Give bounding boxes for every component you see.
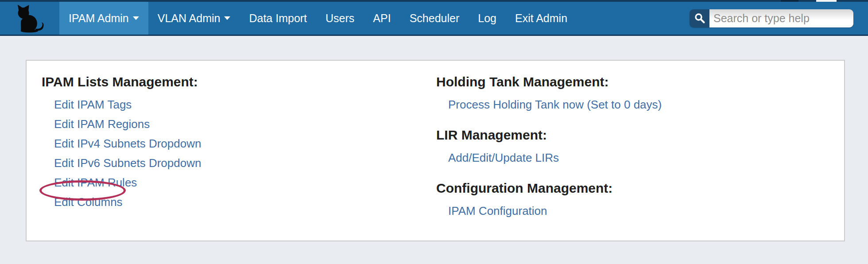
link-edit-ipv4-subnets-dropdown[interactable]: Edit IPv4 Subnets Dropdown bbox=[54, 137, 201, 150]
nav-item-data-import[interactable]: Data Import bbox=[240, 2, 316, 35]
nav-item-log[interactable]: Log bbox=[469, 2, 506, 35]
caret-down-icon bbox=[133, 16, 139, 20]
caret-down-icon bbox=[224, 16, 230, 20]
link-add-edit-update-lirs[interactable]: Add/Edit/Update LIRs bbox=[448, 151, 559, 164]
nav-label: IPAM Admin bbox=[69, 12, 129, 25]
magnifier-icon bbox=[694, 12, 705, 24]
lir-heading: LIR Management: bbox=[436, 128, 662, 143]
list-item: Edit IPAM Tags bbox=[54, 96, 201, 115]
nav-item-exit-admin[interactable]: Exit Admin bbox=[506, 2, 577, 35]
list-item: Edit IPv4 Subnets Dropdown bbox=[54, 135, 201, 154]
nav-label: Data Import bbox=[249, 12, 307, 25]
ipam-lists-heading: IPAM Lists Management: bbox=[42, 74, 201, 89]
admin-dashboard-panel: IPAM Lists Management: Edit IPAM Tags Ed… bbox=[26, 60, 845, 241]
lir-section: LIR Management: Add/Edit/Update LIRs bbox=[436, 128, 662, 168]
black-cat-icon bbox=[11, 4, 48, 33]
holding-tank-section: Holding Tank Management: Process Holding… bbox=[436, 74, 662, 115]
ipam-lists-section: IPAM Lists Management: Edit IPAM Tags Ed… bbox=[42, 74, 201, 213]
nav-label: Scheduler bbox=[410, 12, 460, 25]
link-edit-ipam-regions[interactable]: Edit IPAM Regions bbox=[54, 117, 150, 131]
link-edit-columns[interactable]: Edit Columns bbox=[54, 195, 123, 209]
holding-tank-heading: Holding Tank Management: bbox=[436, 74, 662, 89]
nav-item-scheduler[interactable]: Scheduler bbox=[400, 2, 469, 35]
list-item: Edit Columns bbox=[54, 193, 201, 213]
top-edge-artifact-dark bbox=[781, 0, 798, 2]
app-logo[interactable] bbox=[0, 2, 59, 35]
link-edit-ipv6-subnets-dropdown[interactable]: Edit IPv6 Subnets Dropdown bbox=[54, 156, 201, 170]
nav-item-api[interactable]: API bbox=[364, 2, 400, 35]
nav-label: Log bbox=[478, 12, 496, 25]
ipam-lists-links: Edit IPAM Tags Edit IPAM Regions Edit IP… bbox=[42, 96, 201, 213]
configuration-heading: Configuration Management: bbox=[436, 181, 662, 196]
configuration-section: Configuration Management: IPAM Configura… bbox=[436, 181, 662, 221]
link-edit-ipam-tags[interactable]: Edit IPAM Tags bbox=[54, 98, 132, 111]
top-edge-artifact-light bbox=[816, 0, 837, 2]
help-search bbox=[690, 9, 853, 27]
nav-item-vlan-admin[interactable]: VLAN Admin bbox=[148, 2, 240, 35]
management-sections: Holding Tank Management: Process Holding… bbox=[436, 74, 662, 234]
list-item: Add/Edit/Update LIRs bbox=[448, 149, 662, 168]
list-item: Process Holding Tank now (Set to 0 days) bbox=[448, 96, 662, 115]
link-edit-ipam-rules[interactable]: Edit IPAM Rules bbox=[54, 176, 137, 189]
link-ipam-configuration[interactable]: IPAM Configuration bbox=[448, 204, 547, 217]
search-input[interactable] bbox=[709, 9, 853, 27]
nav-item-users[interactable]: Users bbox=[316, 2, 364, 35]
nav-label: Users bbox=[326, 12, 354, 25]
list-item: Edit IPAM Rules bbox=[54, 174, 201, 193]
window-top-edge bbox=[0, 0, 868, 2]
nav-item-ipam-admin[interactable]: IPAM Admin bbox=[59, 2, 148, 35]
list-item: Edit IPv6 Subnets Dropdown bbox=[54, 154, 201, 174]
list-item: Edit IPAM Regions bbox=[54, 115, 201, 135]
search-button[interactable] bbox=[690, 9, 709, 27]
link-process-holding-tank[interactable]: Process Holding Tank now (Set to 0 days) bbox=[448, 98, 662, 111]
nav-label: VLAN Admin bbox=[158, 12, 221, 25]
list-item: IPAM Configuration bbox=[448, 202, 662, 221]
nav-label: Exit Admin bbox=[515, 12, 567, 25]
main-navbar: IPAM Admin VLAN Admin Data Import Users … bbox=[0, 2, 868, 36]
nav-label: API bbox=[373, 12, 391, 25]
